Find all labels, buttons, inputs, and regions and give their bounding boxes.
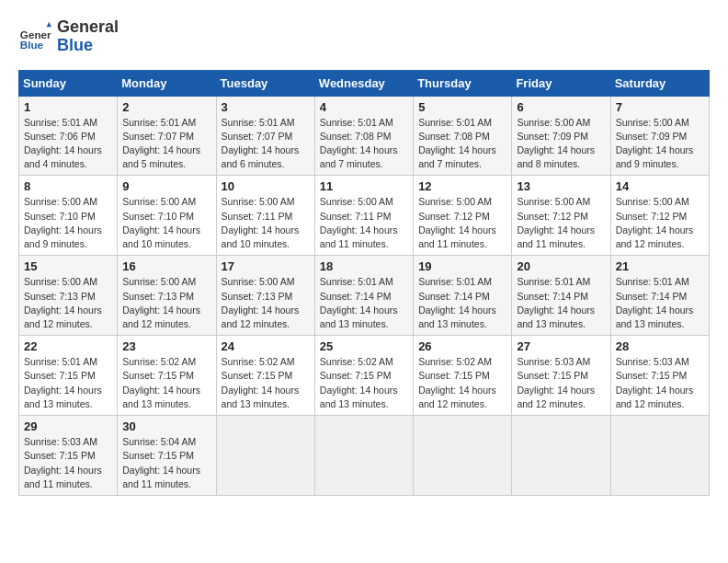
day-number: 18 (320, 259, 408, 273)
calendar-cell (314, 416, 413, 496)
calendar-cell: 3 Sunrise: 5:01 AM Sunset: 7:07 PM Dayli… (216, 96, 314, 176)
day-info: Sunrise: 5:02 AM Sunset: 7:15 PM Dayligh… (122, 355, 210, 411)
calendar-cell: 2 Sunrise: 5:01 AM Sunset: 7:07 PM Dayli… (118, 96, 216, 176)
day-info: Sunrise: 5:02 AM Sunset: 7:15 PM Dayligh… (418, 355, 506, 411)
calendar-cell: 21 Sunrise: 5:01 AM Sunset: 7:14 PM Dayl… (610, 256, 709, 336)
day-info: Sunrise: 5:02 AM Sunset: 7:15 PM Dayligh… (320, 355, 408, 411)
calendar-header-sunday: Sunday (19, 70, 118, 96)
calendar-cell: 29 Sunrise: 5:03 AM Sunset: 7:15 PM Dayl… (19, 416, 118, 496)
day-number: 30 (122, 419, 210, 433)
day-info: Sunrise: 5:00 AM Sunset: 7:10 PM Dayligh… (24, 195, 112, 251)
day-number: 12 (418, 179, 506, 193)
calendar-cell: 13 Sunrise: 5:00 AM Sunset: 7:12 PM Dayl… (512, 176, 610, 256)
calendar-cell: 26 Sunrise: 5:02 AM Sunset: 7:15 PM Dayl… (414, 336, 512, 416)
day-info: Sunrise: 5:00 AM Sunset: 7:13 PM Dayligh… (24, 275, 112, 331)
day-info: Sunrise: 5:00 AM Sunset: 7:11 PM Dayligh… (320, 195, 408, 251)
day-number: 28 (616, 339, 704, 353)
day-number: 7 (616, 100, 704, 114)
calendar-cell: 25 Sunrise: 5:02 AM Sunset: 7:15 PM Dayl… (314, 336, 413, 416)
day-number: 19 (418, 259, 506, 273)
day-info: Sunrise: 5:01 AM Sunset: 7:14 PM Dayligh… (320, 275, 408, 331)
calendar-cell: 28 Sunrise: 5:03 AM Sunset: 7:15 PM Dayl… (610, 336, 709, 416)
day-info: Sunrise: 5:03 AM Sunset: 7:15 PM Dayligh… (24, 435, 112, 491)
calendar-cell (610, 416, 709, 496)
day-number: 29 (24, 419, 112, 433)
day-number: 11 (320, 179, 408, 193)
calendar-cell: 8 Sunrise: 5:00 AM Sunset: 7:10 PM Dayli… (19, 176, 118, 256)
day-info: Sunrise: 5:04 AM Sunset: 7:15 PM Dayligh… (122, 435, 210, 491)
day-info: Sunrise: 5:01 AM Sunset: 7:08 PM Dayligh… (418, 116, 506, 172)
day-info: Sunrise: 5:03 AM Sunset: 7:15 PM Dayligh… (517, 355, 605, 411)
day-number: 6 (517, 100, 605, 114)
calendar-header-monday: Monday (118, 70, 216, 96)
day-info: Sunrise: 5:00 AM Sunset: 7:10 PM Dayligh… (122, 195, 210, 251)
calendar-cell: 15 Sunrise: 5:00 AM Sunset: 7:13 PM Dayl… (19, 256, 118, 336)
calendar-cell (414, 416, 512, 496)
calendar-cell: 1 Sunrise: 5:01 AM Sunset: 7:06 PM Dayli… (19, 96, 118, 176)
day-number: 2 (122, 100, 210, 114)
calendar-cell: 9 Sunrise: 5:00 AM Sunset: 7:10 PM Dayli… (118, 176, 216, 256)
calendar-cell: 5 Sunrise: 5:01 AM Sunset: 7:08 PM Dayli… (414, 96, 512, 176)
day-info: Sunrise: 5:01 AM Sunset: 7:14 PM Dayligh… (517, 275, 605, 331)
day-number: 21 (616, 259, 704, 273)
calendar-cell: 10 Sunrise: 5:00 AM Sunset: 7:11 PM Dayl… (216, 176, 314, 256)
day-info: Sunrise: 5:00 AM Sunset: 7:09 PM Dayligh… (517, 116, 605, 172)
day-number: 13 (517, 179, 605, 193)
calendar-header-tuesday: Tuesday (216, 70, 314, 96)
day-number: 1 (24, 100, 112, 114)
calendar-cell: 22 Sunrise: 5:01 AM Sunset: 7:15 PM Dayl… (19, 336, 118, 416)
day-info: Sunrise: 5:00 AM Sunset: 7:13 PM Dayligh… (122, 275, 210, 331)
calendar-week-2: 8 Sunrise: 5:00 AM Sunset: 7:10 PM Dayli… (19, 176, 710, 256)
day-info: Sunrise: 5:00 AM Sunset: 7:12 PM Dayligh… (616, 195, 704, 251)
calendar-cell: 23 Sunrise: 5:02 AM Sunset: 7:15 PM Dayl… (118, 336, 216, 416)
day-number: 16 (122, 259, 210, 273)
logo-icon: General Blue (18, 20, 51, 53)
day-info: Sunrise: 5:00 AM Sunset: 7:13 PM Dayligh… (222, 275, 310, 331)
calendar-cell: 17 Sunrise: 5:00 AM Sunset: 7:13 PM Dayl… (216, 256, 314, 336)
calendar-header-saturday: Saturday (610, 70, 709, 96)
calendar-cell: 14 Sunrise: 5:00 AM Sunset: 7:12 PM Dayl… (610, 176, 709, 256)
calendar-cell: 20 Sunrise: 5:01 AM Sunset: 7:14 PM Dayl… (512, 256, 610, 336)
day-number: 5 (418, 100, 506, 114)
day-info: Sunrise: 5:01 AM Sunset: 7:14 PM Dayligh… (418, 275, 506, 331)
calendar-cell: 11 Sunrise: 5:00 AM Sunset: 7:11 PM Dayl… (314, 176, 413, 256)
calendar-week-4: 22 Sunrise: 5:01 AM Sunset: 7:15 PM Dayl… (19, 336, 710, 416)
page-header: General Blue General Blue (18, 18, 710, 55)
day-number: 8 (24, 179, 112, 193)
day-number: 27 (517, 339, 605, 353)
svg-text:Blue: Blue (20, 38, 44, 50)
calendar-cell (512, 416, 610, 496)
logo-text: General Blue (57, 18, 119, 55)
calendar-week-3: 15 Sunrise: 5:00 AM Sunset: 7:13 PM Dayl… (19, 256, 710, 336)
calendar-header-row: SundayMondayTuesdayWednesdayThursdayFrid… (19, 70, 710, 96)
day-info: Sunrise: 5:00 AM Sunset: 7:11 PM Dayligh… (222, 195, 310, 251)
calendar-cell: 24 Sunrise: 5:02 AM Sunset: 7:15 PM Dayl… (216, 336, 314, 416)
day-info: Sunrise: 5:03 AM Sunset: 7:15 PM Dayligh… (616, 355, 704, 411)
day-info: Sunrise: 5:01 AM Sunset: 7:14 PM Dayligh… (616, 275, 704, 331)
day-number: 22 (24, 339, 112, 353)
calendar-cell: 19 Sunrise: 5:01 AM Sunset: 7:14 PM Dayl… (414, 256, 512, 336)
day-number: 9 (122, 179, 210, 193)
day-info: Sunrise: 5:01 AM Sunset: 7:07 PM Dayligh… (222, 116, 310, 172)
day-number: 20 (517, 259, 605, 273)
calendar-cell (216, 416, 314, 496)
day-number: 4 (320, 100, 408, 114)
day-number: 17 (222, 259, 310, 273)
calendar-week-5: 29 Sunrise: 5:03 AM Sunset: 7:15 PM Dayl… (19, 416, 710, 496)
day-number: 10 (222, 179, 310, 193)
day-number: 26 (418, 339, 506, 353)
day-info: Sunrise: 5:00 AM Sunset: 7:12 PM Dayligh… (418, 195, 506, 251)
svg-marker-2 (47, 22, 51, 27)
day-number: 14 (616, 179, 704, 193)
calendar-cell: 27 Sunrise: 5:03 AM Sunset: 7:15 PM Dayl… (512, 336, 610, 416)
calendar-header-thursday: Thursday (414, 70, 512, 96)
calendar-cell: 4 Sunrise: 5:01 AM Sunset: 7:08 PM Dayli… (314, 96, 413, 176)
day-info: Sunrise: 5:00 AM Sunset: 7:09 PM Dayligh… (616, 116, 704, 172)
day-number: 3 (222, 100, 310, 114)
calendar-cell: 6 Sunrise: 5:00 AM Sunset: 7:09 PM Dayli… (512, 96, 610, 176)
calendar-cell: 18 Sunrise: 5:01 AM Sunset: 7:14 PM Dayl… (314, 256, 413, 336)
day-info: Sunrise: 5:00 AM Sunset: 7:12 PM Dayligh… (517, 195, 605, 251)
day-number: 15 (24, 259, 112, 273)
day-info: Sunrise: 5:01 AM Sunset: 7:07 PM Dayligh… (122, 116, 210, 172)
calendar-table: SundayMondayTuesdayWednesdayThursdayFrid… (18, 70, 710, 496)
